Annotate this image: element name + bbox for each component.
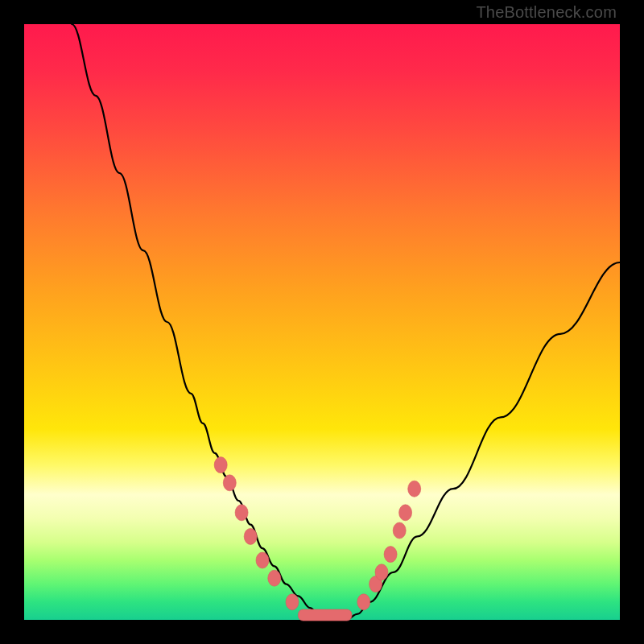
curve-line — [72, 24, 620, 620]
marker-dot — [375, 564, 388, 580]
left-markers — [214, 457, 299, 610]
marker-dot — [393, 522, 406, 539]
marker-dot — [286, 594, 299, 610]
marker-dot — [256, 552, 269, 568]
plot-area — [24, 24, 620, 620]
marker-dot — [244, 528, 257, 544]
right-markers — [357, 481, 421, 610]
marker-dot — [235, 505, 248, 521]
marker-dot — [399, 505, 412, 521]
marker-dot — [384, 547, 397, 563]
marker-dot — [214, 457, 227, 473]
marker-dot — [268, 570, 281, 586]
marker-dot — [357, 594, 370, 610]
marker-dot — [223, 475, 236, 491]
marker-dot — [408, 481, 421, 497]
bottleneck-chart — [24, 24, 620, 620]
watermark-text: TheBottleneck.com — [476, 3, 617, 22]
bottom-bar — [298, 609, 352, 621]
